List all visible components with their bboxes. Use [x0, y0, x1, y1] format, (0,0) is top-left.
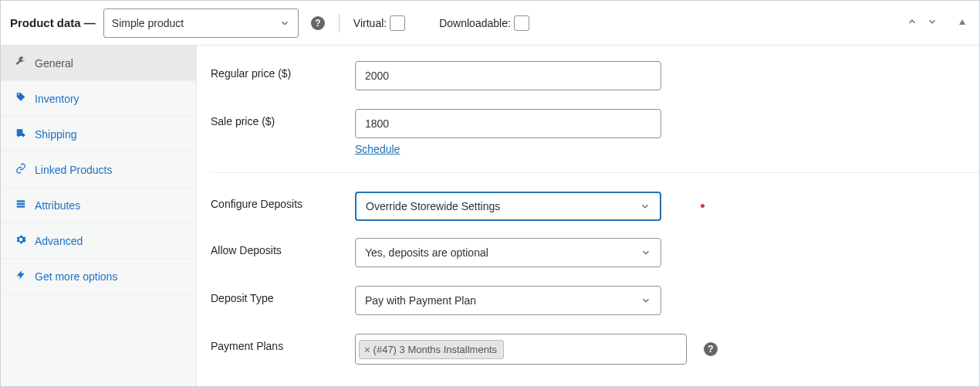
wrench-icon	[15, 56, 27, 70]
sale-price-label: Sale price ($)	[211, 109, 355, 127]
fields-area: Regular price ($) Sale price ($) Schedul…	[197, 46, 979, 387]
move-up-icon[interactable]	[904, 13, 921, 32]
virtual-label: Virtual:	[353, 17, 387, 29]
row-allow-deposits: Allow Deposits Yes, deposits are optiona…	[211, 238, 979, 269]
tab-general[interactable]: General	[1, 46, 196, 81]
payment-plan-tag-label: (#47) 3 Months Installments	[373, 344, 497, 355]
row-sale-price: Sale price ($) Schedule	[211, 109, 979, 155]
tab-get-more-options[interactable]: Get more options	[1, 259, 196, 294]
marker-dot-icon	[701, 204, 705, 208]
tab-label: General	[35, 57, 73, 70]
allow-deposits-select[interactable]: Yes, deposits are optional	[355, 238, 661, 267]
regular-price-label: Regular price ($)	[211, 61, 355, 80]
payment-plan-tag: × (#47) 3 Months Installments	[359, 340, 504, 359]
tab-shipping[interactable]: Shipping	[1, 117, 196, 152]
tab-label: Shipping	[35, 128, 77, 141]
link-icon	[15, 163, 27, 176]
tab-label: Linked Products	[35, 164, 112, 176]
panel-header: Product data — Simple product ? Virtual:…	[1, 1, 979, 46]
svg-rect-2	[17, 203, 25, 205]
row-payment-plans: Payment Plans × (#47) 3 Months Installme…	[211, 334, 979, 365]
sale-price-input[interactable]	[355, 109, 661, 138]
tab-label: Get more options	[35, 270, 117, 283]
svg-marker-0	[959, 19, 965, 25]
configure-deposits-select[interactable]: Override Storewide Settings	[355, 192, 661, 221]
virtual-checkbox[interactable]	[390, 15, 405, 31]
help-icon[interactable]: ?	[704, 342, 718, 356]
tab-linked-products[interactable]: Linked Products	[1, 152, 196, 188]
bolt-icon	[15, 270, 27, 283]
panel-body: General Inventory Shipping Linked Produc…	[1, 46, 979, 387]
tab-label: Attributes	[35, 199, 80, 212]
tag-icon	[15, 92, 27, 105]
svg-rect-3	[17, 205, 25, 207]
payment-plans-label: Payment Plans	[211, 334, 355, 352]
svg-rect-1	[17, 200, 25, 202]
remove-tag-icon[interactable]: ×	[364, 344, 370, 355]
panel-title: Product data —	[10, 16, 96, 29]
row-regular-price: Regular price ($)	[211, 61, 979, 92]
tabs-sidebar: General Inventory Shipping Linked Produc…	[1, 46, 197, 387]
deposit-type-label: Deposit Type	[211, 286, 355, 304]
tab-label: Inventory	[35, 93, 79, 105]
payment-plans-input[interactable]: × (#47) 3 Months Installments	[355, 334, 687, 365]
tab-attributes[interactable]: Attributes	[1, 188, 196, 223]
deposit-type-select[interactable]: Pay with Payment Plan	[355, 286, 661, 315]
regular-price-input[interactable]	[355, 61, 661, 90]
gear-icon	[15, 234, 27, 247]
move-down-icon[interactable]	[924, 13, 941, 32]
list-icon	[15, 199, 27, 212]
tab-label: Advanced	[35, 235, 83, 247]
row-deposit-type: Deposit Type Pay with Payment Plan	[211, 286, 979, 317]
panel-actions	[904, 13, 970, 32]
virtual-field: Virtual:	[353, 15, 405, 31]
help-icon[interactable]: ?	[311, 16, 325, 30]
product-type-select[interactable]: Simple product	[103, 8, 299, 38]
collapse-icon[interactable]	[955, 13, 970, 32]
separator	[339, 14, 340, 32]
tab-inventory[interactable]: Inventory	[1, 81, 196, 117]
schedule-link[interactable]: Schedule	[355, 143, 661, 155]
downloadable-label: Downloadable:	[439, 17, 511, 29]
allow-deposits-label: Allow Deposits	[211, 238, 355, 256]
product-data-panel: Product data — Simple product ? Virtual:…	[0, 0, 980, 387]
downloadable-field: Downloadable:	[439, 15, 529, 31]
row-configure-deposits: Configure Deposits Override Storewide Se…	[211, 172, 979, 221]
configure-deposits-label: Configure Deposits	[211, 192, 355, 210]
downloadable-checkbox[interactable]	[514, 15, 529, 31]
tab-advanced[interactable]: Advanced	[1, 223, 196, 259]
truck-icon	[15, 127, 27, 141]
